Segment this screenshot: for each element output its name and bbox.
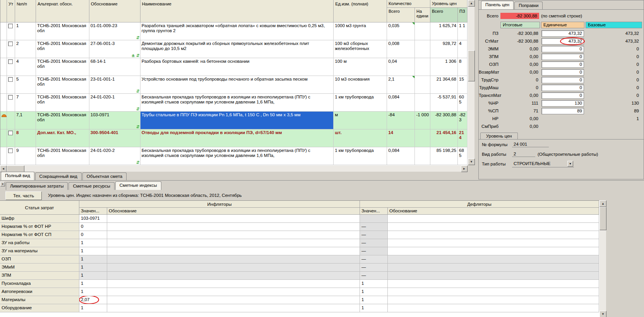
tab-object-estimate[interactable]: Объектная смета [82, 172, 127, 180]
grid-vertical-scrollbar[interactable]: ▲ ▼ [468, 0, 474, 165]
inflator-basis-cell[interactable] [107, 239, 360, 247]
deflator-value-cell[interactable]: — [360, 255, 388, 264]
row-checkbox[interactable] [8, 77, 13, 82]
deflator-basis-cell[interactable] [388, 247, 599, 255]
cell-price-total[interactable]: 85 198,25 [430, 147, 458, 165]
base-price-value[interactable]: 1 [585, 116, 642, 121]
cell-qty-per[interactable] [415, 58, 430, 76]
row-checkbox[interactable] [8, 24, 13, 28]
cell-price-total[interactable]: 21 364,68 [430, 76, 458, 94]
cell-unit[interactable]: 1 км трубопровода [334, 147, 387, 165]
deflator-value-cell[interactable]: 1 [360, 280, 388, 288]
cell-name[interactable]: Бесканальная прокладка трубопроводов в и… [140, 147, 334, 165]
cell-qty-total[interactable]: -84 [387, 112, 415, 129]
scroll-down-icon[interactable]: ▼ [468, 158, 475, 165]
cell-price-total[interactable]: -82 300,88 [430, 112, 458, 129]
deflator-basis-cell[interactable] [388, 255, 599, 264]
base-price-value[interactable]: 0 [585, 78, 642, 82]
deflator-value-cell[interactable]: 1 [360, 304, 388, 312]
cell-unit[interactable]: 1000 м3 грунта [334, 22, 387, 40]
inflator-value-cell[interactable]: 1 [79, 288, 107, 296]
cell-price-pz[interactable]: -82 3 [458, 112, 468, 129]
cell-price-total[interactable]: -5 537,91 [430, 94, 458, 112]
tab-limited-costs[interactable]: Лимитированные затраты [6, 182, 68, 190]
cell-qty-total[interactable]: 14 [387, 129, 415, 147]
tab-short-view[interactable]: Сокращенный вид [35, 172, 82, 180]
tech-part-button[interactable]: Тех. часть [5, 191, 42, 200]
cell-name[interactable]: Отводы для подземной прокладки в изоляци… [140, 129, 334, 147]
cell-basis[interactable]: 103-0971⇵ [89, 112, 140, 129]
inflator-value-cell[interactable]: 1 [79, 304, 107, 312]
cell-unit[interactable]: 100 м [334, 58, 387, 76]
inflator-value-cell[interactable]: 1 [79, 280, 107, 288]
deflator-value-cell[interactable]: 1 [360, 296, 388, 304]
cell-num[interactable]: 7 [15, 94, 36, 112]
inflator-basis-cell[interactable] [107, 280, 360, 288]
deflator-value-cell[interactable] [360, 215, 388, 223]
base-price-value[interactable]: 130 [585, 101, 642, 105]
unit-price-field[interactable]: 0 [541, 46, 584, 52]
deflator-basis-cell[interactable] [388, 280, 599, 288]
cell-qty-total[interactable]: 0,008 [387, 40, 415, 58]
cell-num[interactable]: 4 [15, 58, 36, 76]
inflator-value-cell[interactable]: 1 [79, 239, 107, 247]
inflator-value-cell[interactable]: 1 [79, 255, 107, 264]
unit-price-field[interactable]: 0 [541, 77, 584, 83]
work-type-select[interactable]: СТРОИТЕЛЬНЫЕ ▼ [512, 160, 574, 167]
deflator-basis-cell[interactable] [388, 239, 599, 247]
tab-price-panel[interactable]: Панель цен [481, 1, 514, 9]
cell-qty-total[interactable]: 0,04 [387, 58, 415, 76]
inflator-basis-cell[interactable] [107, 247, 360, 255]
deflator-basis-cell[interactable] [388, 272, 599, 280]
cell-marker[interactable] [0, 58, 7, 76]
deflator-value-cell[interactable]: 1 [360, 288, 388, 296]
base-price-value[interactable]: 0 [585, 93, 642, 98]
base-price-value[interactable]: 0 [585, 54, 642, 59]
cell-name[interactable]: Устройство основания под трубопроводы пе… [140, 76, 334, 94]
scroll-right-icon[interactable]: ► [461, 165, 468, 172]
cell-qty-per[interactable] [415, 40, 430, 58]
cell-price-pz[interactable]: 21 4 [458, 129, 468, 147]
cell-price-total[interactable]: 21 454,16 [430, 129, 458, 147]
unit-price-field[interactable]: 130 [541, 100, 584, 107]
cell-unit[interactable]: 1 км трубопровода [334, 94, 387, 112]
cell-marker[interactable] [0, 94, 7, 112]
unit-price-field[interactable]: 0 [541, 61, 584, 68]
inflator-basis-cell[interactable] [107, 288, 360, 296]
grid-horizontal-scrollbar[interactable]: ◄ ► [0, 165, 468, 172]
cell-basis[interactable]: 24-01-020-1⇵ [89, 94, 140, 112]
tab-full-view[interactable]: Полный вид [1, 172, 34, 180]
deflator-basis-cell[interactable] [388, 223, 599, 231]
cell-alt[interactable]: Доп.мат. Кат. МО., [36, 129, 89, 147]
cell-name-selected[interactable]: Трубы стальные в ППУ ПЭ изоляции Pn 1,6 … [140, 112, 334, 129]
cell-name[interactable]: Разработка траншей экскаватором «обратна… [140, 22, 334, 40]
tab-price-level[interactable]: Уровень цен [480, 133, 518, 139]
cell-price-pz[interactable]: 4 [458, 40, 468, 58]
scroll-up-icon[interactable]: ▲ [468, 0, 475, 7]
cell-name[interactable]: Демонтаж дорожных покрытий из сборных пр… [140, 40, 334, 58]
cell-qty-total[interactable]: 0,035 [387, 22, 415, 40]
scrollbar-thumb[interactable] [599, 207, 606, 230]
cell-num[interactable]: 1 [15, 22, 36, 40]
cell-price-pz[interactable]: 1 1 [458, 22, 468, 40]
inflator-basis-cell[interactable] [107, 255, 360, 264]
cell-num[interactable]: 2 [15, 40, 36, 58]
cell-checkbox[interactable] [7, 76, 15, 94]
base-price-value[interactable]: 89 [585, 109, 642, 113]
cell-price-total[interactable]: 1 306 [430, 58, 458, 76]
cell-checkbox[interactable] [7, 94, 15, 112]
inflator-basis-cell[interactable] [107, 272, 360, 280]
cell-qty-total[interactable]: 0,084 [387, 147, 415, 165]
close-icon[interactable]: × [0, 182, 5, 186]
tab-estimate-indexes[interactable]: Сметные индексы [115, 181, 161, 190]
tab-corrections[interactable]: Поправки [514, 2, 543, 9]
inflator-value-cell[interactable]: 1 [79, 272, 107, 280]
inflator-basis-cell[interactable] [107, 264, 360, 272]
cell-qty-per[interactable] [415, 94, 430, 112]
scrollbar-thumb[interactable] [7, 165, 24, 172]
cell-checkbox[interactable] [7, 112, 15, 129]
cell-qty-total[interactable]: 2,1 [387, 76, 415, 94]
chevron-down-icon[interactable]: ▼ [567, 161, 573, 167]
inflator-value-cell[interactable]: 0 [79, 223, 107, 231]
cell-price-pz[interactable]: 60 5 [458, 94, 468, 112]
